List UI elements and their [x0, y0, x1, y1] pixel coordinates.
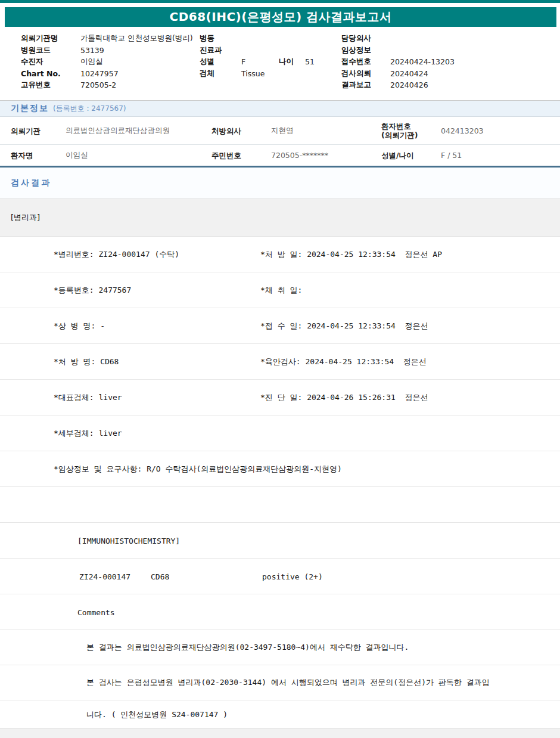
- detail-row-pathology-no: *병리번호: ZI24-000147 (수탁) *처 방 일: 2024-04-…: [0, 237, 560, 272]
- detail-left: *대표검체: liver: [54, 392, 122, 403]
- detail-row-sub-specimen: *세부검체: liver: [0, 415, 560, 451]
- field-label: 임상정보: [341, 45, 390, 55]
- field-label: 고유번호: [21, 80, 80, 90]
- results-section-header: 검사결과: [0, 168, 560, 199]
- field-value: 20240426: [390, 80, 428, 89]
- field-label: 의뢰기관명: [21, 33, 80, 44]
- report-page: CD68(IHC)(은평성모) 검사결과보고서 의뢰기관명 가톨릭대학교 인천성…: [0, 0, 560, 738]
- header-field-result-report-date: 결과보고 20240426: [341, 79, 544, 91]
- header-field-test-request-date: 검사의뢰 20240424: [341, 68, 544, 80]
- field-value: 20240424: [390, 69, 428, 78]
- ihc-section-label: [IMMUNOHISTOCHEMISTRY]: [77, 536, 180, 545]
- detail-left: *임상정보 및 요구사항: R/O 수탁검사(의료법인삼광의료재단삼광의원-지현…: [54, 464, 342, 475]
- field-value: Tissue: [241, 69, 265, 78]
- field-label: 나이: [279, 57, 305, 67]
- header-field-chart-no: Chart No. 10247957: [21, 68, 194, 80]
- top-accent-strip: [0, 0, 560, 3]
- field-value: 720505-2: [80, 80, 116, 89]
- field-value: 이임실: [80, 57, 103, 67]
- field-value: 53139: [80, 46, 104, 55]
- field-label: 병동: [200, 33, 241, 44]
- field-label: 병원코드: [21, 45, 80, 55]
- detail-right: *육안검사: 2024-04-25 12:33:54 정은선: [260, 356, 427, 367]
- header-field-doctor-in-charge: 담당의사: [341, 33, 544, 45]
- detail-right: *채 취 일:: [260, 285, 302, 296]
- detail-left: *세부검체: liver: [54, 428, 122, 439]
- basic-info-section-header: 기본정보 (등록번호 : 2477567): [0, 100, 560, 117]
- header-field-department: 진료과: [200, 45, 337, 57]
- field-value: 20240424-13203: [390, 57, 455, 66]
- detail-row-clinical-info-request: *임상정보 및 요구사항: R/O 수탁검사(의료법인삼광의료재단삼광의원-지현…: [0, 451, 560, 487]
- detail-left: *처 방 명: CD68: [54, 356, 119, 367]
- bottom-bar: [0, 728, 560, 738]
- table-row: 환자명 이임실 주민번호 720505-******* 성별/나이 F / 51: [0, 145, 560, 168]
- header-field-requesting-org: 의뢰기관명 가톨릭대학교 인천성모병원(병리): [21, 33, 194, 45]
- patient-header-left-column: 의뢰기관명 가톨릭대학교 인천성모병원(병리) 병원코드 53139 수진자 이…: [21, 33, 194, 91]
- sex-age-label: 성별/나이: [381, 151, 441, 160]
- field-label: 성별: [200, 57, 241, 67]
- header-field-hospital-code: 병원코드 53139: [21, 45, 194, 57]
- page-title: CD68(IHC)(은평성모) 검사결과보고서: [170, 9, 392, 25]
- header-field-receipt-no: 접수번호 20240424-13203: [341, 56, 544, 68]
- patient-header-right-column: 담당의사 임상정보 접수번호 20240424-13203 검사의뢰 20240…: [341, 33, 544, 91]
- field-label: 검사의뢰: [341, 69, 390, 79]
- ihc-test-name: CD68: [151, 572, 169, 581]
- department-row: [병리과]: [0, 199, 560, 237]
- field-label: 검체: [200, 69, 241, 79]
- basic-info-title: 기본정보: [11, 103, 49, 114]
- patient-no-label: 환자번호 (의뢰기관): [381, 122, 441, 139]
- detail-row-registration-no: *등록번호: 2477567 *채 취 일:: [0, 272, 560, 308]
- detail-row-prescription-name: *처 방 명: CD68 *육안검사: 2024-04-25 12:33:54 …: [0, 344, 560, 380]
- comment-text: 니다. ( 인천성모병원 S24-007147 ): [86, 709, 228, 720]
- prescribing-doctor-label: 처방의사: [211, 126, 271, 135]
- field-value: 51: [305, 57, 315, 66]
- result-detail-rows: *병리번호: ZI24-000147 (수탁) *처 방 일: 2024-04-…: [0, 237, 560, 728]
- field-label: 접수번호: [341, 57, 390, 67]
- detail-right: *접 수 일: 2024-04-25 12:33:54 정은선: [260, 321, 428, 331]
- detail-left: *상 병 명: -: [54, 321, 105, 331]
- field-label: 수진자: [21, 57, 80, 67]
- comment-text: 본 검사는 은평성모병원 병리과(02-2030-3144) 에서 시행되었으며…: [86, 677, 490, 688]
- patient-name-value: 이임실: [66, 150, 211, 160]
- prescribing-doctor-value: 지현영: [271, 126, 381, 136]
- report-title-bar: CD68(IHC)(은평성모) 검사결과보고서: [5, 7, 556, 27]
- detail-row-disease-name: *상 병 명: - *접 수 일: 2024-04-25 12:33:54 정은…: [0, 308, 560, 344]
- comment-text: 본 결과는 의료법인삼광의료재단삼광의원(02-3497-5180~4)에서 재…: [86, 642, 409, 653]
- resident-no-value: 720505-*******: [271, 151, 381, 160]
- detail-right: *진 단 일: 2024-04-26 15:26:31 정은선: [260, 392, 428, 403]
- detail-left: *병리번호: ZI24-000147 (수탁): [54, 249, 179, 260]
- patient-header-middle-column: 병동 진료과 성별 F 나이 51 검체 Tissue: [200, 33, 337, 79]
- detail-left: *등록번호: 2477567: [54, 285, 131, 296]
- requesting-org-value: 의료법인삼광의료재단삼광의원: [66, 126, 211, 136]
- department-label: [병리과]: [11, 212, 40, 223]
- detail-right: *처 방 일: 2024-04-25 12:33:54 정은선 AP: [260, 249, 442, 260]
- patient-no-value: 042413203: [441, 126, 560, 135]
- comment-row: 본 검사는 은평성모병원 병리과(02-2030-3144) 에서 시행되었으며…: [0, 665, 560, 700]
- resident-no-label: 주민번호: [211, 151, 271, 160]
- results-title: 검사결과: [11, 178, 51, 188]
- field-label: 진료과: [200, 45, 241, 55]
- header-field-clinical-info: 임상정보: [341, 45, 544, 57]
- requesting-org-label: 의뢰기관: [11, 126, 66, 135]
- ihc-result-row: ZI24-000147 CD68 positive (2+): [0, 559, 560, 594]
- ihc-result-value: positive (2+): [262, 572, 323, 581]
- ihc-pathology-no: ZI24-000147: [79, 572, 130, 581]
- field-label: Chart No.: [21, 69, 80, 78]
- comments-label: Comments: [77, 607, 115, 616]
- comment-row: 니다. ( 인천성모병원 S24-007147 ): [0, 700, 560, 728]
- basic-info-table: 의뢰기관 의료법인삼광의료재단삼광의원 처방의사 지현영 환자번호 (의뢰기관)…: [0, 117, 560, 168]
- field-label: 결과보고: [341, 80, 390, 90]
- header-field-sex-age: 성별 F 나이 51: [200, 56, 337, 68]
- patient-name-label: 환자명: [11, 151, 66, 160]
- detail-row-empty: [0, 487, 560, 523]
- detail-row-main-specimen: *대표검체: liver *진 단 일: 2024-04-26 15:26:31…: [0, 380, 560, 415]
- header-field-unique-no: 고유번호 720505-2: [21, 79, 194, 91]
- comments-label-row: Comments: [0, 594, 560, 630]
- header-field-specimen: 검체 Tissue: [200, 68, 337, 80]
- ihc-section-header-row: [IMMUNOHISTOCHEMISTRY]: [0, 523, 560, 559]
- header-field-examinee: 수진자 이임실: [21, 56, 194, 68]
- comment-row: 본 결과는 의료법인삼광의료재단삼광의원(02-3497-5180~4)에서 재…: [0, 630, 560, 665]
- field-value: 가톨릭대학교 인천성모병원(병리): [80, 33, 193, 44]
- basic-info-registration-no: (등록번호 : 2477567): [53, 104, 126, 114]
- field-value: 10247957: [80, 69, 119, 78]
